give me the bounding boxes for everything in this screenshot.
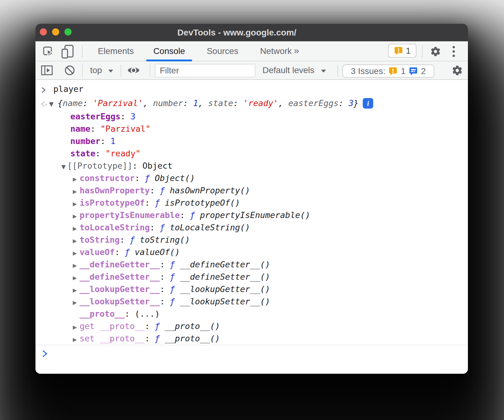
segment-fn-name: Object() — [155, 173, 195, 183]
segment-fn-f: ƒ — [190, 210, 200, 220]
disclosure-collapsed-icon[interactable]: ▶ — [73, 296, 80, 309]
segment-pv-punct: : — [83, 98, 93, 108]
segment-fn-f: ƒ — [130, 235, 140, 245]
inspect-element-icon[interactable] — [42, 41, 54, 61]
property-name: name: "Parzival" — [35, 123, 468, 135]
segment-fn-f: ƒ — [155, 321, 165, 331]
segment-key: easterEggs — [70, 112, 121, 121]
log-levels-selector[interactable]: Default levels — [262, 61, 327, 79]
segment-punct: : — [160, 284, 170, 294]
tab-console[interactable]: Console — [143, 41, 196, 61]
console-toolbar: top Default levels 3 Issues: 1 — [35, 61, 468, 80]
segment-pv-punct: { — [58, 98, 63, 108]
disclosure-collapsed-icon[interactable]: ▶ — [73, 272, 80, 284]
segment-pv-punct: } — [353, 98, 358, 108]
disclosure-collapsed-icon[interactable]: ▶ — [73, 284, 80, 296]
segment-key: number — [70, 136, 101, 146]
error-badge-count: 1 — [406, 46, 411, 56]
segment-punct: : — [145, 334, 155, 343]
clear-console-icon[interactable] — [64, 61, 76, 79]
property-defineSetter: ▶__defineSetter__: ƒ __defineSetter__() — [35, 271, 468, 283]
segment-key-dim: propertyIsEnumerable — [80, 210, 180, 220]
segment-punct: : — [132, 161, 143, 171]
console-settings-gear-icon[interactable] — [451, 61, 463, 79]
segment-fn-name: __lookupGetter__() — [180, 284, 270, 294]
segment-punct: : — [125, 309, 135, 319]
segment-string: "ready" — [105, 149, 141, 158]
disclosure-collapsed-icon[interactable]: ▶ — [73, 173, 80, 185]
disclosure-collapsed-icon[interactable]: ▶ — [73, 210, 80, 222]
segment-punct: : — [145, 198, 155, 208]
settings-gear-icon[interactable] — [429, 41, 442, 61]
toolbar-separator-2 — [121, 64, 121, 77]
segment-pv-key: state — [208, 98, 233, 108]
console-prompt[interactable] — [35, 345, 468, 362]
issues-button[interactable]: 3 Issues: 1 2 — [342, 64, 434, 78]
window-title: DevTools - www.google.com/ — [35, 24, 438, 41]
segment-fn-f: ƒ — [170, 260, 180, 269]
property-isPrototypeOf: ▶isPrototypeOf: ƒ isPrototypeOf() — [35, 197, 468, 209]
segment-punct: : — [135, 173, 145, 183]
eval-result-icon — [39, 99, 48, 108]
segment-punct: : — [90, 124, 101, 134]
error-bubble-icon — [394, 46, 403, 56]
error-badge-button[interactable]: 1 — [388, 44, 416, 58]
disclosure-collapsed-icon[interactable]: ▶ — [73, 259, 80, 272]
segment-fn-name: hasOwnProperty() — [170, 186, 250, 195]
segment-number: 1 — [110, 136, 115, 146]
property-number: number: 1 — [35, 135, 468, 147]
toolbar-separator-1 — [82, 64, 83, 77]
property-toLocaleString: ▶toLocaleString: ƒ toLocaleString() — [35, 221, 468, 234]
segment-pv-key: easterEggs — [288, 98, 339, 108]
property-constructor: ▶constructor: ƒ Object() — [35, 172, 468, 184]
segment-accessor: set __proto__ — [80, 334, 145, 343]
disclosure-collapsed-icon[interactable]: ▶ — [73, 185, 80, 198]
segment-plain: player — [53, 84, 84, 94]
segment-pv-punct: : — [183, 98, 193, 108]
context-selector[interactable]: top — [90, 61, 114, 79]
segment-pv-number: 1 — [193, 98, 198, 108]
disclosure-collapsed-icon[interactable]: ▶ — [73, 247, 80, 259]
disclosure-collapsed-icon[interactable]: ▶ — [73, 222, 80, 235]
more-tabs-button[interactable]: » — [294, 41, 299, 61]
disclosure-collapsed-icon[interactable]: ▶ — [73, 198, 80, 210]
console-eval-result: ▼{name: 'Parzival', number: 1, state: 'r… — [35, 97, 468, 109]
segment-punct: : — [120, 235, 130, 245]
segment-number: 3 — [130, 112, 135, 121]
segment-fn-name: toString() — [140, 235, 190, 245]
segment-punct: : — [180, 210, 190, 220]
segment-fn-name: __defineGetter__() — [180, 260, 270, 269]
tabbar-separator-2 — [422, 45, 423, 58]
segment-fn-f: ƒ — [170, 272, 180, 282]
segment-pv-punct: , — [198, 98, 208, 108]
segment-punct: : — [150, 223, 160, 232]
segment-punct: : — [121, 112, 131, 121]
tab-elements[interactable]: Elements — [89, 41, 143, 61]
property-defineGetter: ▶__defineGetter__: ƒ __defineGetter__() — [35, 258, 468, 271]
segment-fn-name: propertyIsEnumerable() — [200, 210, 310, 220]
input-chevron-icon — [39, 85, 48, 94]
disclosure-expanded-icon[interactable]: ▼ — [61, 161, 67, 173]
segment-key-dim: __lookupSetter__ — [80, 297, 160, 306]
disclosure-collapsed-icon[interactable]: ▶ — [73, 333, 80, 346]
eye-icon[interactable] — [127, 61, 140, 79]
disclosure-collapsed-icon[interactable]: ▶ — [73, 321, 80, 333]
kebab-menu-icon[interactable] — [448, 41, 459, 61]
disclosure-expanded-icon[interactable]: ▼ — [49, 98, 58, 110]
segment-punct: : — [160, 272, 170, 282]
segment-fn-name: __defineSetter__() — [180, 272, 270, 282]
segment-key-dim: toLocaleString — [80, 223, 150, 232]
toggle-device-toolbar-icon[interactable] — [61, 41, 74, 61]
title-bar: DevTools - www.google.com/ — [35, 24, 468, 41]
segment-fn-name: valueOf() — [135, 247, 180, 257]
property-hasOwnProperty: ▶hasOwnProperty: ƒ hasOwnProperty() — [35, 184, 468, 197]
property-lookupGetter: ▶__lookupGetter__: ƒ __lookupGetter__() — [35, 283, 468, 295]
console-sidebar-icon[interactable] — [41, 61, 53, 79]
filter-input[interactable] — [155, 64, 255, 77]
property-get-proto: ▶get __proto__: ƒ __proto__() — [35, 320, 468, 332]
tab-sources[interactable]: Sources — [196, 41, 249, 61]
segment-key-dim: isPrototypeOf — [80, 198, 145, 208]
segment-key: state — [70, 149, 95, 158]
disclosure-collapsed-icon[interactable]: ▶ — [73, 235, 80, 247]
info-icon[interactable]: i — [363, 98, 373, 109]
